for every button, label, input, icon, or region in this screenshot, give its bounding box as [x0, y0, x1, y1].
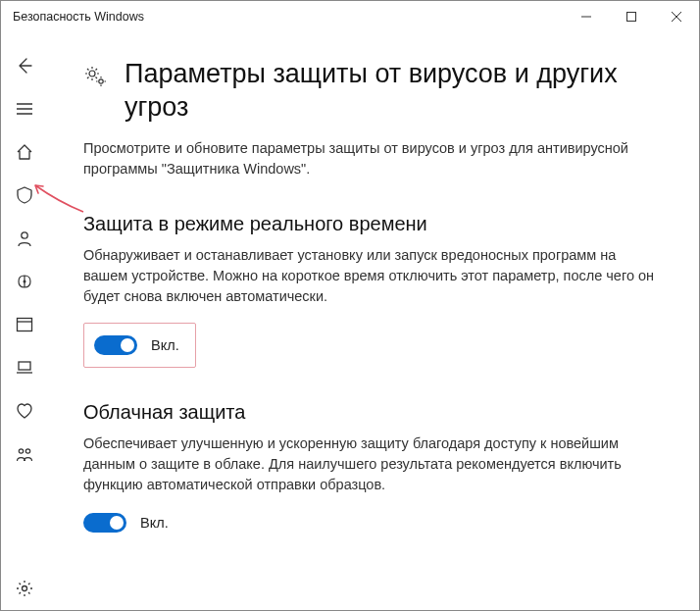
section-cloud-title: Облачная защита: [83, 401, 660, 424]
highlight-annotation: Вкл.: [83, 323, 196, 368]
network-icon: [15, 272, 34, 291]
maximize-icon: [626, 12, 636, 22]
section-realtime-desc: Обнаруживает и останавливает установку и…: [83, 245, 660, 307]
hamburger-icon: [16, 100, 33, 118]
page-subtitle: Просмотрите и обновите параметры защиты …: [83, 138, 660, 179]
app-browser-icon: [16, 316, 33, 333]
back-button[interactable]: [1, 44, 48, 87]
home-icon: [15, 142, 34, 162]
sidebar-item-virus[interactable]: [1, 174, 48, 217]
section-cloud-desc: Обеспечивает улучшенную и ускоренную защ…: [83, 433, 660, 495]
svg-point-1: [22, 232, 27, 238]
close-button[interactable]: [654, 1, 699, 32]
svg-point-9: [99, 79, 103, 83]
sidebar-item-account[interactable]: [1, 217, 48, 260]
heart-icon: [15, 401, 34, 421]
sidebar: [1, 32, 48, 610]
sidebar-item-home[interactable]: [1, 130, 48, 174]
minimize-icon: [581, 12, 591, 22]
window-title: Безопасность Windows: [13, 10, 144, 24]
family-icon: [15, 444, 34, 464]
sidebar-item-family[interactable]: [1, 433, 48, 476]
person-icon: [15, 229, 34, 248]
svg-point-2: [24, 280, 26, 283]
svg-rect-0: [627, 13, 636, 22]
shield-icon: [15, 185, 34, 205]
sidebar-item-performance[interactable]: [1, 389, 48, 433]
page-icon: [83, 58, 111, 93]
maximize-button[interactable]: [609, 1, 654, 32]
realtime-toggle[interactable]: [94, 335, 137, 355]
back-arrow-icon: [15, 56, 34, 76]
cloud-toggle-label: Вкл.: [140, 515, 169, 531]
laptop-icon: [15, 358, 34, 378]
minimize-button[interactable]: [564, 1, 609, 32]
titlebar: Безопасность Windows: [1, 1, 699, 32]
close-icon: [672, 12, 681, 22]
svg-rect-3: [18, 319, 32, 331]
page-title: Параметры защиты от вирусов и других угр…: [125, 58, 660, 125]
sidebar-item-settings[interactable]: [1, 567, 48, 610]
gears-icon: [83, 64, 109, 89]
svg-point-7: [23, 586, 27, 591]
sidebar-item-firewall[interactable]: [1, 260, 48, 303]
section-realtime: Защита в режиме реального времени Обнару…: [83, 213, 660, 368]
content-area: Параметры защиты от вирусов и других угр…: [48, 32, 699, 610]
sidebar-item-appcontrol[interactable]: [1, 303, 48, 346]
gear-icon: [15, 579, 34, 598]
sidebar-item-device[interactable]: [1, 346, 48, 389]
realtime-toggle-label: Вкл.: [151, 337, 179, 353]
svg-point-6: [25, 449, 29, 453]
svg-point-5: [19, 449, 23, 453]
section-realtime-title: Защита в режиме реального времени: [83, 213, 660, 235]
svg-rect-4: [19, 362, 30, 370]
cloud-toggle[interactable]: [83, 513, 126, 533]
svg-point-8: [89, 71, 95, 76]
section-cloud: Облачная защита Обеспечивает улучшенную …: [83, 401, 660, 536]
menu-button[interactable]: [1, 87, 48, 130]
